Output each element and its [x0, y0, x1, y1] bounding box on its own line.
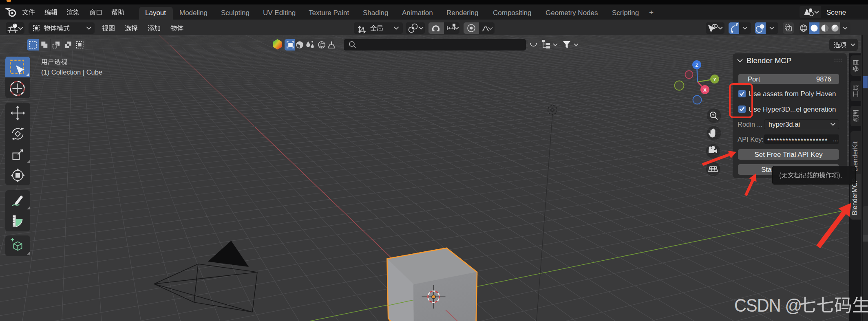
svg-text:Y: Y — [713, 77, 716, 82]
svg-text:X: X — [703, 88, 707, 92]
svg-text:Z: Z — [695, 63, 698, 68]
